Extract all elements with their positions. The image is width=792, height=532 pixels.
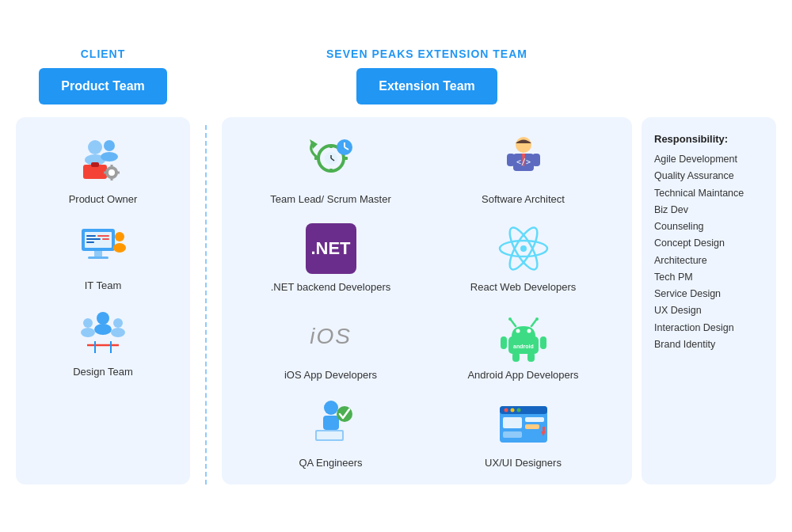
responsibility-item: Quality Assurance xyxy=(654,168,763,184)
svg-rect-53 xyxy=(532,154,540,166)
extension-section-header: SEVEN PEAKS EXTENSION TEAM Extension Tea… xyxy=(222,48,632,104)
responsibility-item: Biz Dev xyxy=(654,202,763,218)
responsibility-item: Counseling xyxy=(654,218,763,235)
svg-rect-69 xyxy=(527,352,535,362)
client-panel: Product Owner xyxy=(16,117,190,484)
svg-rect-52 xyxy=(507,154,515,166)
svg-point-28 xyxy=(111,328,125,337)
svg-rect-20 xyxy=(102,238,109,240)
ext-item-team-lead: Team Lead/ Scrum Master xyxy=(234,133,427,205)
ext-item-ios: iOS iOS App Developers xyxy=(234,309,427,381)
responsibilities-title: Responsibility: xyxy=(654,133,763,145)
ext-item-android: android Android App Developers xyxy=(427,309,619,381)
svg-rect-18 xyxy=(86,241,94,243)
ext-item-label: Team Lead/ Scrum Master xyxy=(270,193,390,205)
svg-rect-16 xyxy=(86,235,96,237)
dotnet-badge: .NET xyxy=(306,223,356,274)
ext-item-label: iOS App Developers xyxy=(284,369,377,381)
extension-panel: Team Lead/ Scrum Master .NET .NET backen… xyxy=(222,117,632,484)
responsibility-item: Architecture xyxy=(654,253,763,269)
extension-col2: </> Software Architect xyxy=(427,133,619,469)
client-item-label: Design Team xyxy=(73,366,133,378)
svg-point-26 xyxy=(81,328,95,337)
responsibility-item: Tech PM xyxy=(654,269,763,286)
svg-point-7 xyxy=(109,169,115,176)
svg-point-75 xyxy=(516,408,520,412)
product-owner-icon xyxy=(75,133,131,188)
responsibilities-panel: Responsibility: Agile DevelopmentQuality… xyxy=(642,117,776,484)
extension-team-button[interactable]: Extension Team xyxy=(356,68,497,104)
svg-rect-11 xyxy=(116,172,120,174)
ext-item-software-architect: </> Software Architect xyxy=(427,133,619,205)
svg-rect-47 xyxy=(317,431,342,439)
svg-point-74 xyxy=(510,408,514,412)
svg-point-44 xyxy=(324,401,338,415)
ext-item-dotnet: .NET .NET backend Developers xyxy=(234,221,427,293)
react-svg xyxy=(496,221,551,276)
team-lead-svg xyxy=(303,133,359,188)
svg-point-58 xyxy=(520,245,527,252)
svg-point-62 xyxy=(535,317,539,321)
ext-item-uxui: UX/UI Designers xyxy=(427,397,619,469)
software-architect-svg: </> xyxy=(496,133,551,188)
svg-point-64 xyxy=(527,329,531,333)
client-item-product-owner: Product Owner xyxy=(69,133,138,205)
client-item-design-team: Design Team xyxy=(73,306,133,378)
vertical-divider xyxy=(190,117,222,484)
responsibility-item: Service Design xyxy=(654,286,763,302)
ext-item-label: React Web Developers xyxy=(470,281,576,293)
svg-rect-67 xyxy=(540,336,546,349)
dashed-line xyxy=(205,125,207,484)
responsibilities-list: Agile DevelopmentQuality AssuranceTechni… xyxy=(654,151,763,353)
ext-item-label: QA Engineers xyxy=(299,457,362,469)
svg-point-24 xyxy=(94,324,112,335)
design-team-svg xyxy=(75,306,131,361)
extension-col1: Team Lead/ Scrum Master .NET .NET backen… xyxy=(234,133,427,469)
android-icon: android xyxy=(496,309,551,364)
svg-text:android: android xyxy=(513,344,534,349)
svg-line-59 xyxy=(511,320,516,326)
ext-item-label: .NET backend Developers xyxy=(271,281,391,293)
svg-line-61 xyxy=(531,320,536,326)
react-icon xyxy=(496,221,551,276)
software-architect-icon: </> xyxy=(496,133,551,188)
top-headers: CLIENT Product Team SEVEN PEAKS EXTENSIO… xyxy=(16,48,776,104)
product-team-button[interactable]: Product Team xyxy=(39,68,167,104)
svg-point-0 xyxy=(88,140,102,154)
svg-rect-37 xyxy=(344,157,348,160)
ext-item-label: UX/UI Designers xyxy=(485,457,562,469)
client-item-label: IT Team xyxy=(85,279,121,291)
product-owner-svg xyxy=(75,133,131,188)
svg-rect-78 xyxy=(525,417,544,422)
svg-rect-79 xyxy=(525,424,539,429)
svg-point-63 xyxy=(516,329,520,333)
responsibility-item: Interaction Design xyxy=(654,320,763,336)
ios-text: iOS xyxy=(310,324,352,349)
svg-rect-66 xyxy=(501,336,507,349)
svg-point-27 xyxy=(113,318,123,328)
svg-rect-9 xyxy=(110,177,112,180)
uxui-svg xyxy=(496,397,551,452)
page: CLIENT Product Team SEVEN PEAKS EXTENSIO… xyxy=(8,32,784,500)
responsibility-item: Concept Design xyxy=(654,235,763,252)
responsibility-item: Brand Identity xyxy=(654,336,763,353)
svg-rect-14 xyxy=(94,251,102,257)
responsibility-item: Agile Development xyxy=(654,151,763,168)
svg-rect-36 xyxy=(314,157,318,160)
svg-point-2 xyxy=(104,140,115,151)
svg-rect-35 xyxy=(329,169,333,173)
svg-rect-76 xyxy=(503,417,522,428)
ext-item-react: React Web Developers xyxy=(427,221,619,293)
svg-point-3 xyxy=(101,152,118,162)
svg-rect-81 xyxy=(543,427,545,431)
qa-icon xyxy=(303,397,359,452)
svg-rect-17 xyxy=(86,238,101,240)
svg-point-49 xyxy=(516,137,531,153)
client-title: CLIENT xyxy=(16,48,190,60)
svg-point-60 xyxy=(508,317,512,321)
ext-item-qa: QA Engineers xyxy=(234,397,427,469)
dotnet-icon: .NET xyxy=(303,221,359,276)
svg-rect-15 xyxy=(88,256,109,259)
extension-title: SEVEN PEAKS EXTENSION TEAM xyxy=(222,48,632,60)
responsibility-item: Technical Maintance xyxy=(654,185,763,202)
